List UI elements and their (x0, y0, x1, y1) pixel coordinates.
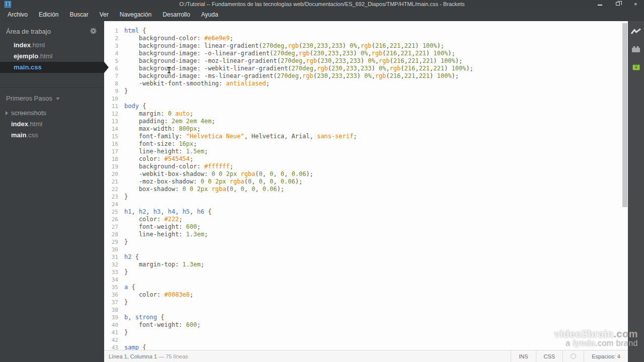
code-line[interactable]: 43samp { (104, 344, 622, 350)
code-line[interactable]: 42 (104, 336, 622, 344)
editor-scrollbar[interactable] (622, 21, 628, 350)
extension-manager-icon[interactable] (631, 45, 641, 54)
live-preview-icon[interactable] (631, 27, 641, 36)
line-number: 26 (104, 216, 124, 223)
code-line[interactable]: 8 -webkit-font-smoothing: antialiased; (104, 80, 622, 87)
code-line[interactable]: 27 font-weight: 600; (104, 223, 622, 231)
working-set-title: Área de trabajo (6, 28, 51, 35)
line-number: 32 (104, 261, 124, 268)
code-line[interactable]: 7 background-image: -ms-linear-gradient(… (104, 72, 622, 80)
restore-icon[interactable] (615, 1, 622, 7)
indent-setting[interactable]: Espacios: 4 (584, 350, 628, 362)
sidebar: Área de trabajo index.html ejemplo.ht (0, 21, 104, 362)
working-file-main-css-selected[interactable]: main.css (0, 62, 104, 73)
gear-icon[interactable] (90, 28, 97, 36)
code-line[interactable]: 10 (104, 95, 622, 103)
code-line[interactable]: 28 line-height: 1.3em; (104, 231, 622, 238)
line-count: — 75 líneas (158, 353, 188, 359)
minimize-icon[interactable] (597, 1, 604, 7)
code-line[interactable]: 13 padding: 2em 2em 4em; (104, 118, 622, 125)
project-switcher[interactable]: Primeros Pasos (0, 93, 104, 105)
code-line[interactable]: 31h2 { (104, 253, 622, 261)
menu-ayuda[interactable]: Ayuda (196, 8, 224, 21)
line-number: 36 (104, 291, 124, 299)
line-number: 29 (104, 238, 124, 246)
code-line[interactable]: 39b, strong { (104, 314, 622, 321)
code-line[interactable]: 24 (104, 201, 622, 208)
code-line[interactable]: 22 box-shadow: 0 0 2px rgba(0, 0, 0, 0.0… (104, 186, 622, 193)
code-line[interactable]: 2 background-color: #e6e9e9; (104, 35, 622, 42)
code-line[interactable]: 19 background-color: #ffffff; (104, 163, 622, 170)
code-line[interactable]: 32 margin-top: 1.3em; (104, 261, 622, 268)
cursor-position: Línea 1, Columna 1 (109, 353, 157, 359)
code-line[interactable]: 6 background-image: -webkit-linear-gradi… (104, 65, 622, 72)
line-number: 21 (104, 178, 124, 186)
language-indicator[interactable]: CSS (536, 350, 563, 362)
code-line[interactable]: 30 (104, 246, 622, 253)
code-line[interactable]: 9} (104, 87, 622, 95)
scrollbar-thumb[interactable] (622, 23, 627, 207)
line-number: 4 (104, 50, 124, 57)
line-number: 41 (104, 329, 124, 336)
line-number: 7 (104, 72, 124, 80)
lint-status[interactable] (562, 350, 584, 362)
code-line[interactable]: 41} (104, 329, 622, 336)
menu-edicion[interactable]: Edición (33, 8, 64, 21)
menu-bar: Archivo Edición Buscar Ver Navegación De… (0, 8, 644, 21)
code-line[interactable]: 35a { (104, 284, 622, 291)
code-line[interactable]: 3 background-image: linear-gradient(270d… (104, 42, 622, 50)
line-number: 24 (104, 201, 124, 208)
code-line[interactable]: 38 (104, 306, 622, 314)
code-line[interactable]: 36 color: #0083e8; (104, 291, 622, 299)
code-line[interactable]: 29} (104, 238, 622, 246)
working-file-ejemplo-html[interactable]: ejemplo.html (0, 51, 104, 62)
code-line[interactable]: 11body { (104, 103, 622, 110)
line-number: 9 (104, 87, 124, 95)
code-line[interactable]: 17 line-height: 1.5em; (104, 148, 622, 155)
menu-archivo[interactable]: Archivo (2, 8, 33, 21)
code-line[interactable]: 37} (104, 299, 622, 306)
menu-buscar[interactable]: Buscar (64, 8, 94, 21)
lint-status-circle-icon (571, 353, 576, 359)
line-number: 33 (104, 268, 124, 276)
status-bar: Línea 1, Columna 1 — 75 líneas INS CSS E… (104, 350, 628, 362)
line-number: 37 (104, 299, 124, 306)
code-line[interactable]: 20 -webkit-box-shadow: 0 0 2px rgba(0, 0… (104, 170, 622, 178)
menu-desarrollo[interactable]: Desarrollo (157, 8, 196, 21)
working-file-index-html[interactable]: index.html (0, 40, 104, 51)
window-title: O:/Tutorial -- Fundamentos de las tecnol… (0, 1, 644, 7)
insert-mode-toggle[interactable]: INS (511, 350, 535, 362)
line-number: 23 (104, 193, 124, 201)
line-number: 39 (104, 314, 124, 321)
code-line[interactable]: 26 color: #222; (104, 216, 622, 223)
line-number: 3 (104, 42, 124, 50)
line-number: 17 (104, 148, 124, 155)
code-line[interactable]: 15 font-family: "Helvetica Neue", Helvet… (104, 133, 622, 140)
code-line[interactable]: 5 background-image: -moz-linear-gradient… (104, 57, 622, 65)
code-line[interactable]: 18 color: #545454; (104, 155, 622, 163)
code-line[interactable]: 40 font-weight: 600; (104, 321, 622, 329)
code-line[interactable]: 33} (104, 268, 622, 276)
code-line[interactable]: 25h1, h2, h3, h4, h5, h6 { (104, 208, 622, 216)
tree-folder-screenshots[interactable]: screenshots (0, 108, 104, 119)
line-number: 43 (104, 344, 124, 350)
line-number: 22 (104, 186, 124, 193)
tree-file-main-css[interactable]: main.css (0, 130, 104, 141)
menu-ver[interactable]: Ver (94, 8, 114, 21)
close-icon[interactable]: × (633, 1, 640, 7)
line-number: 30 (104, 246, 124, 253)
extension-gift-icon[interactable] (631, 62, 641, 71)
code-editor[interactable]: 1html {2 background-color: #e6e9e9;3 bac… (104, 21, 622, 350)
code-line[interactable]: 16 font-size: 16px; (104, 140, 622, 148)
tree-file-index-html[interactable]: index.html (0, 119, 104, 130)
code-line[interactable]: 21 -moz-box-shadow: 0 0 2px rgba(0, 0, 0… (104, 178, 622, 186)
code-line[interactable]: 1html { (104, 27, 622, 35)
code-line[interactable]: 12 margin: 0 auto; (104, 110, 622, 118)
menu-navegacion[interactable]: Navegación (114, 8, 157, 21)
code-line[interactable]: 14 max-width: 800px; (104, 125, 622, 133)
code-line[interactable]: 23} (104, 193, 622, 201)
line-number: 40 (104, 321, 124, 329)
code-line[interactable]: 4 background-image: -o-linear-gradient(2… (104, 50, 622, 57)
code-line[interactable]: 34 (104, 276, 622, 284)
title-bar: [] O:/Tutorial -- Fundamentos de las tec… (0, 0, 644, 8)
